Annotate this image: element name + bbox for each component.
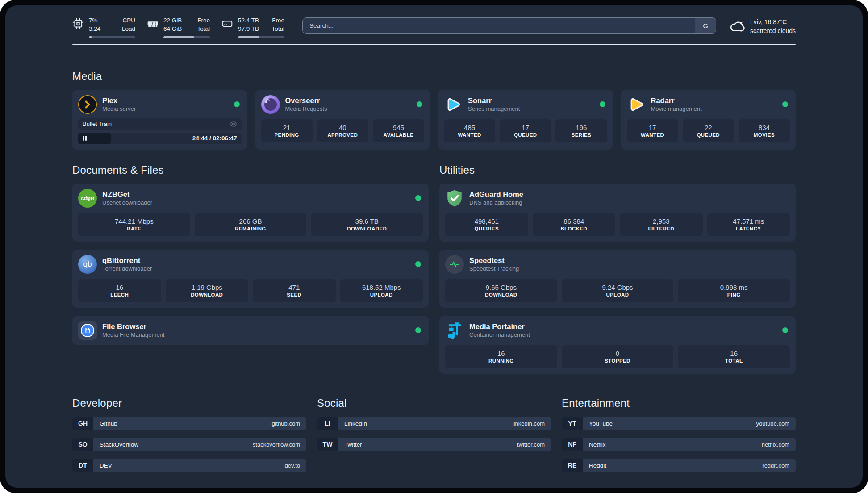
link-name: LinkedIn (344, 420, 367, 427)
speedtest-pulse-icon (445, 255, 464, 274)
link-abbr: DT (72, 459, 93, 472)
link-abbr: SO (72, 438, 93, 451)
link-abbr: TW (317, 438, 338, 451)
radarr-icon (627, 95, 646, 114)
radarr-card[interactable]: Radarr Movie management 17WANTED 22QUEUE… (621, 90, 796, 150)
floppy-icon (81, 324, 94, 337)
stat-series: 196SERIES (555, 119, 607, 142)
link-abbr: LI (317, 417, 338, 430)
memory-total-value: 64 GiB (163, 25, 186, 33)
disk-progress-bar (238, 36, 284, 38)
link-url: netflix.com (762, 441, 789, 448)
sonarr-status-dot (600, 101, 605, 107)
link-url: linkedin.com (513, 420, 545, 427)
developer-section-title: Developer (72, 397, 306, 409)
overseerr-status-dot (417, 101, 422, 107)
stat-available: 945AVAILABLE (373, 119, 424, 142)
link-dev[interactable]: DT DEV dev.to (72, 459, 306, 472)
disk-icon (221, 18, 233, 29)
stat-remaining: 266 GBREMAINING (195, 213, 307, 236)
qbittorrent-card[interactable]: qb qBittorrent Torrent downloader 16LEEC… (72, 250, 429, 308)
filebrowser-name: File Browser (102, 322, 164, 331)
portainer-desc: Container management (469, 331, 530, 338)
adguard-card[interactable]: AdGuard Home DNS and adblocking 498,461Q… (439, 184, 796, 242)
link-name: YouTube (589, 420, 613, 427)
plex-status-dot (234, 101, 240, 107)
sonarr-desc: Series management (468, 105, 520, 112)
link-url: reddit.com (762, 462, 789, 469)
media-section-title: Media (72, 70, 796, 83)
overseerr-icon (261, 95, 280, 114)
memory-stat-group: 22 GiB 64 GiB Free Total (147, 17, 210, 38)
link-url: stackoverflow.com (253, 441, 300, 448)
sonarr-card[interactable]: Sonarr Series management 485WANTED 17QUE… (438, 90, 613, 150)
link-linkedin[interactable]: LI LinkedIn linkedin.com (317, 417, 551, 430)
link-name: Github (100, 420, 117, 427)
link-name: DEV (100, 462, 112, 469)
disk-total-value: 97.9 TB (238, 25, 260, 33)
qbittorrent-desc: Torrent downloader (102, 265, 152, 272)
stat-download: 1.19 GbpsDOWNLOAD (166, 279, 249, 302)
link-youtube[interactable]: YT YouTube youtube.com (562, 417, 796, 430)
disk-total-label: Total (271, 25, 284, 33)
cpu-stat-group: 7% 3.24 CPU Load (72, 17, 135, 38)
stat-total: 16TOTAL (678, 345, 790, 368)
dashboard: 7% 3.24 CPU Load (5, 5, 863, 488)
nzbget-status-dot (415, 195, 421, 201)
stat-pending: 21PENDING (261, 119, 313, 142)
link-netflix[interactable]: NF Netflix netflix.com (562, 438, 796, 451)
search-engine-button[interactable]: G (695, 18, 716, 33)
link-github[interactable]: GH Github github.com (72, 417, 306, 430)
filebrowser-card[interactable]: File Browser Media File Management (72, 316, 429, 345)
memory-free-label: Free (197, 17, 210, 25)
stat-wanted: 17WANTED (627, 119, 678, 142)
portainer-name: Media Portainer (469, 322, 530, 331)
qbittorrent-icon: qb (78, 255, 97, 274)
nzbget-card[interactable]: nzbget NZBGet Usenet downloader 744.21 M… (72, 184, 429, 242)
radarr-name: Radarr (651, 96, 702, 105)
overseerr-name: Overseerr (285, 96, 327, 105)
search-bar: G (302, 17, 716, 34)
top-bar: 7% 3.24 CPU Load (72, 17, 796, 38)
stat-stopped: 0STOPPED (562, 345, 674, 368)
link-reddit[interactable]: RE Reddit reddit.com (562, 459, 796, 472)
overseerr-card[interactable]: Overseerr Media Requests 21PENDING 40APP… (255, 90, 430, 150)
media-section: Media Plex Media server Bullet Train (72, 70, 796, 150)
developer-section: Developer GH Github github.com SO StackO… (72, 397, 306, 472)
stat-seed: 471SEED (253, 279, 336, 302)
link-abbr: YT (562, 417, 583, 430)
media-grid: Plex Media server Bullet Train 24:44 / 0… (72, 90, 796, 150)
adguard-shield-icon (445, 189, 464, 208)
portainer-status-dot (782, 327, 788, 333)
link-abbr: GH (72, 417, 93, 430)
stat-blocked: 86,384BLOCKED (533, 213, 616, 236)
link-url: youtube.com (756, 420, 789, 427)
pause-icon[interactable] (83, 136, 87, 141)
link-abbr: RE (562, 459, 583, 472)
link-url: twitter.com (517, 441, 545, 448)
stat-queued: 22QUEUED (683, 119, 734, 142)
speedtest-card[interactable]: Speedtest Speedtest Tracking 9.65 GbpsDO… (439, 250, 796, 308)
nzbget-name: NZBGet (102, 190, 152, 199)
plex-card[interactable]: Plex Media server Bullet Train 24:44 / 0… (72, 90, 247, 150)
radarr-status-dot (782, 101, 788, 107)
cpu-icon (72, 18, 84, 29)
sonarr-name: Sonarr (468, 96, 520, 105)
stat-upload: 9.24 GbpsUPLOAD (562, 279, 674, 302)
plex-desc: Media server (102, 105, 136, 112)
cpu-load-label: Load (122, 25, 135, 33)
stat-leech: 16LEECH (78, 279, 161, 302)
portainer-card[interactable]: Media Portainer Container management 16R… (439, 316, 796, 374)
session-screen-icon[interactable] (230, 121, 237, 128)
weather-location-temp: Lviv, 16.87°C (750, 17, 796, 26)
adguard-desc: DNS and adblocking (469, 199, 523, 206)
sonarr-icon (444, 95, 463, 114)
stat-queries: 498,461QUERIES (445, 213, 528, 236)
link-twitter[interactable]: TW Twitter twitter.com (317, 438, 551, 451)
speedtest-desc: Speedtest Tracking (469, 265, 519, 272)
header-divider (72, 44, 796, 45)
portainer-crane-icon (445, 321, 464, 340)
search-input[interactable] (303, 18, 695, 33)
cloud-icon (729, 18, 745, 34)
link-stackoverflow[interactable]: SO StackOverflow stackoverflow.com (72, 438, 306, 451)
